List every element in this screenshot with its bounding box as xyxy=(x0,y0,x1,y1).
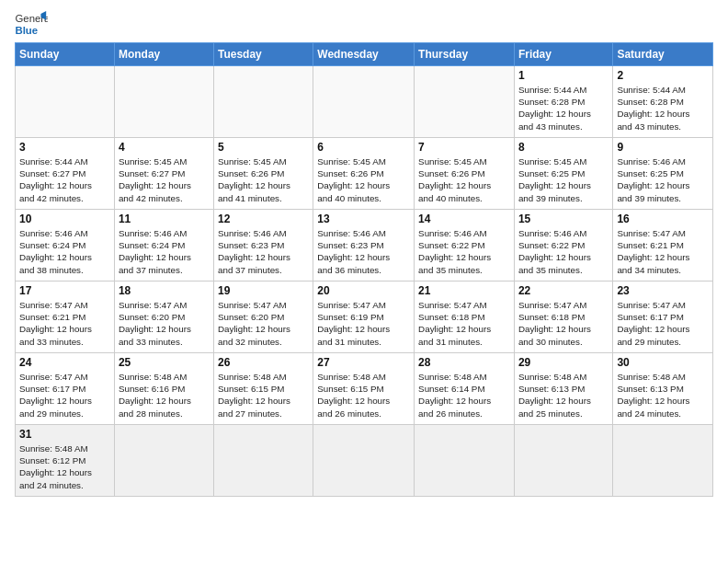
calendar-cell: 6Sunrise: 5:45 AMSunset: 6:26 PMDaylight… xyxy=(313,138,415,210)
svg-text:Blue: Blue xyxy=(16,25,39,36)
cell-daylight-info: Sunrise: 5:45 AMSunset: 6:26 PMDaylight:… xyxy=(418,155,510,204)
calendar-cell: 25Sunrise: 5:48 AMSunset: 6:16 PMDayligh… xyxy=(114,353,213,425)
calendar-cell: 19Sunrise: 5:47 AMSunset: 6:20 PMDayligh… xyxy=(213,282,313,353)
calendar-cell: 13Sunrise: 5:46 AMSunset: 6:23 PMDayligh… xyxy=(313,210,415,282)
cell-day-number: 16 xyxy=(617,213,709,225)
cell-day-number: 26 xyxy=(218,356,309,369)
cell-daylight-info: Sunrise: 5:46 AMSunset: 6:22 PMDaylight:… xyxy=(418,227,510,276)
weekday-header-thursday: Thursday xyxy=(415,43,515,66)
cell-daylight-info: Sunrise: 5:47 AMSunset: 6:20 PMDaylight:… xyxy=(218,299,309,348)
calendar-cell: 22Sunrise: 5:47 AMSunset: 6:18 PMDayligh… xyxy=(514,282,612,353)
cell-daylight-info: Sunrise: 5:48 AMSunset: 6:13 PMDaylight:… xyxy=(617,371,709,419)
cell-daylight-info: Sunrise: 5:48 AMSunset: 6:12 PMDaylight:… xyxy=(19,442,110,491)
calendar-cell: 28Sunrise: 5:48 AMSunset: 6:14 PMDayligh… xyxy=(415,353,515,425)
calendar: SundayMondayTuesdayWednesdayThursdayFrid… xyxy=(15,42,713,497)
cell-daylight-info: Sunrise: 5:46 AMSunset: 6:23 PMDaylight:… xyxy=(317,227,410,276)
cell-day-number: 22 xyxy=(518,284,609,297)
cell-daylight-info: Sunrise: 5:46 AMSunset: 6:22 PMDaylight:… xyxy=(518,227,609,276)
calendar-cell xyxy=(313,66,415,138)
cell-day-number: 11 xyxy=(119,213,210,225)
calendar-cell: 17Sunrise: 5:47 AMSunset: 6:21 PMDayligh… xyxy=(16,282,115,353)
calendar-week-row: 24Sunrise: 5:47 AMSunset: 6:17 PMDayligh… xyxy=(16,353,713,425)
calendar-cell: 26Sunrise: 5:48 AMSunset: 6:15 PMDayligh… xyxy=(213,353,313,425)
cell-day-number: 18 xyxy=(119,284,210,297)
calendar-week-row: 17Sunrise: 5:47 AMSunset: 6:21 PMDayligh… xyxy=(16,282,713,353)
logo: General Blue xyxy=(15,11,48,37)
calendar-cell: 29Sunrise: 5:48 AMSunset: 6:13 PMDayligh… xyxy=(514,353,612,425)
calendar-cell: 20Sunrise: 5:47 AMSunset: 6:19 PMDayligh… xyxy=(313,282,415,353)
calendar-week-row: 31Sunrise: 5:48 AMSunset: 6:12 PMDayligh… xyxy=(16,425,713,497)
calendar-cell: 5Sunrise: 5:45 AMSunset: 6:26 PMDaylight… xyxy=(213,138,313,210)
cell-day-number: 12 xyxy=(218,213,309,225)
cell-daylight-info: Sunrise: 5:45 AMSunset: 6:26 PMDaylight:… xyxy=(218,155,309,204)
cell-day-number: 27 xyxy=(317,356,410,369)
calendar-cell xyxy=(213,425,313,497)
calendar-cell: 15Sunrise: 5:46 AMSunset: 6:22 PMDayligh… xyxy=(514,210,612,282)
cell-day-number: 7 xyxy=(418,141,510,154)
calendar-cell xyxy=(613,425,713,497)
weekday-header-row: SundayMondayTuesdayWednesdayThursdayFrid… xyxy=(16,43,713,66)
cell-daylight-info: Sunrise: 5:46 AMSunset: 6:23 PMDaylight:… xyxy=(218,227,309,276)
calendar-cell: 8Sunrise: 5:45 AMSunset: 6:25 PMDaylight… xyxy=(514,138,612,210)
calendar-cell: 21Sunrise: 5:47 AMSunset: 6:18 PMDayligh… xyxy=(415,282,515,353)
calendar-cell: 1Sunrise: 5:44 AMSunset: 6:28 PMDaylight… xyxy=(514,66,612,138)
weekday-header-saturday: Saturday xyxy=(613,43,713,66)
cell-daylight-info: Sunrise: 5:48 AMSunset: 6:16 PMDaylight:… xyxy=(119,371,210,419)
calendar-cell xyxy=(213,66,313,138)
calendar-cell: 24Sunrise: 5:47 AMSunset: 6:17 PMDayligh… xyxy=(16,353,115,425)
calendar-cell: 31Sunrise: 5:48 AMSunset: 6:12 PMDayligh… xyxy=(16,425,115,497)
cell-daylight-info: Sunrise: 5:46 AMSunset: 6:24 PMDaylight:… xyxy=(19,227,110,276)
cell-daylight-info: Sunrise: 5:44 AMSunset: 6:28 PMDaylight:… xyxy=(518,84,609,132)
weekday-header-monday: Monday xyxy=(114,43,213,66)
calendar-cell: 30Sunrise: 5:48 AMSunset: 6:13 PMDayligh… xyxy=(613,353,713,425)
cell-day-number: 20 xyxy=(317,284,410,297)
cell-day-number: 13 xyxy=(317,213,410,225)
weekday-header-tuesday: Tuesday xyxy=(213,43,313,66)
cell-daylight-info: Sunrise: 5:46 AMSunset: 6:25 PMDaylight:… xyxy=(617,155,709,204)
calendar-week-row: 10Sunrise: 5:46 AMSunset: 6:24 PMDayligh… xyxy=(16,210,713,282)
cell-day-number: 17 xyxy=(19,284,110,297)
calendar-cell: 7Sunrise: 5:45 AMSunset: 6:26 PMDaylight… xyxy=(415,138,515,210)
calendar-cell xyxy=(114,66,213,138)
cell-day-number: 1 xyxy=(518,69,609,82)
cell-day-number: 9 xyxy=(617,141,709,154)
calendar-cell: 9Sunrise: 5:46 AMSunset: 6:25 PMDaylight… xyxy=(613,138,713,210)
calendar-cell: 10Sunrise: 5:46 AMSunset: 6:24 PMDayligh… xyxy=(16,210,115,282)
cell-day-number: 21 xyxy=(418,284,510,297)
cell-day-number: 25 xyxy=(119,356,210,369)
cell-day-number: 30 xyxy=(617,356,709,369)
cell-daylight-info: Sunrise: 5:48 AMSunset: 6:15 PMDaylight:… xyxy=(218,371,309,419)
cell-daylight-info: Sunrise: 5:44 AMSunset: 6:27 PMDaylight:… xyxy=(19,155,110,204)
cell-daylight-info: Sunrise: 5:44 AMSunset: 6:28 PMDaylight:… xyxy=(617,84,709,132)
cell-daylight-info: Sunrise: 5:48 AMSunset: 6:15 PMDaylight:… xyxy=(317,371,410,419)
cell-day-number: 31 xyxy=(19,428,110,441)
header-area: General Blue xyxy=(15,11,713,37)
cell-day-number: 2 xyxy=(617,69,709,82)
generalblue-logo-icon: General Blue xyxy=(15,11,48,37)
calendar-cell: 18Sunrise: 5:47 AMSunset: 6:20 PMDayligh… xyxy=(114,282,213,353)
cell-day-number: 29 xyxy=(518,356,609,369)
cell-day-number: 23 xyxy=(617,284,709,297)
cell-daylight-info: Sunrise: 5:48 AMSunset: 6:13 PMDaylight:… xyxy=(518,371,609,419)
calendar-cell xyxy=(114,425,213,497)
cell-day-number: 24 xyxy=(19,356,110,369)
calendar-cell: 4Sunrise: 5:45 AMSunset: 6:27 PMDaylight… xyxy=(114,138,213,210)
calendar-cell xyxy=(313,425,415,497)
calendar-cell: 12Sunrise: 5:46 AMSunset: 6:23 PMDayligh… xyxy=(213,210,313,282)
cell-day-number: 3 xyxy=(19,141,110,154)
calendar-cell: 2Sunrise: 5:44 AMSunset: 6:28 PMDaylight… xyxy=(613,66,713,138)
cell-daylight-info: Sunrise: 5:45 AMSunset: 6:27 PMDaylight:… xyxy=(119,155,210,204)
cell-daylight-info: Sunrise: 5:47 AMSunset: 6:18 PMDaylight:… xyxy=(518,299,609,348)
weekday-header-sunday: Sunday xyxy=(16,43,115,66)
cell-day-number: 15 xyxy=(518,213,609,225)
cell-daylight-info: Sunrise: 5:47 AMSunset: 6:17 PMDaylight:… xyxy=(617,299,709,348)
weekday-header-friday: Friday xyxy=(514,43,612,66)
cell-daylight-info: Sunrise: 5:45 AMSunset: 6:25 PMDaylight:… xyxy=(518,155,609,204)
calendar-cell xyxy=(16,66,115,138)
cell-day-number: 4 xyxy=(119,141,210,154)
page: General Blue SundayMondayTuesdayWednesda… xyxy=(0,0,728,563)
calendar-cell: 16Sunrise: 5:47 AMSunset: 6:21 PMDayligh… xyxy=(613,210,713,282)
calendar-cell: 11Sunrise: 5:46 AMSunset: 6:24 PMDayligh… xyxy=(114,210,213,282)
calendar-cell: 3Sunrise: 5:44 AMSunset: 6:27 PMDaylight… xyxy=(16,138,115,210)
cell-daylight-info: Sunrise: 5:47 AMSunset: 6:21 PMDaylight:… xyxy=(19,299,110,348)
